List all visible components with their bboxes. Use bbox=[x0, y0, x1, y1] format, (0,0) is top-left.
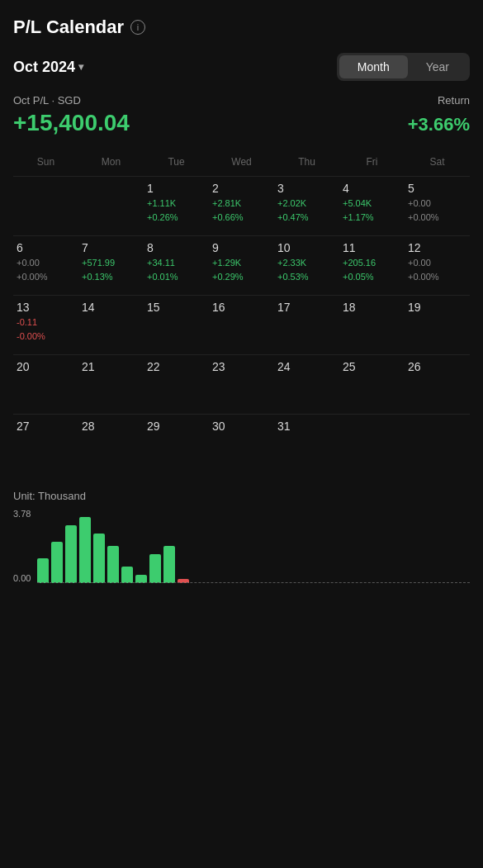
cal-cell[interactable]: 21 bbox=[78, 354, 144, 414]
cal-cell[interactable]: 27 bbox=[13, 414, 78, 473]
date-number: 24 bbox=[277, 360, 336, 373]
date-number: 31 bbox=[277, 420, 336, 433]
cal-cell[interactable]: 25 bbox=[339, 354, 405, 414]
pl-value: +2.02K bbox=[277, 197, 336, 211]
date-number: 6 bbox=[17, 241, 75, 254]
date-number: 28 bbox=[82, 420, 140, 433]
pct-value: +0.47% bbox=[277, 211, 336, 225]
chart-bar bbox=[51, 542, 63, 583]
cal-cell[interactable]: 15 bbox=[144, 295, 209, 354]
cal-cell[interactable]: 14 bbox=[78, 295, 144, 354]
date-number: 27 bbox=[17, 420, 75, 433]
header-row: P/L Calendar i bbox=[13, 17, 470, 38]
cal-cell[interactable]: 13-0.11-0.00% bbox=[13, 295, 78, 354]
cal-cell[interactable]: 2+2.81K+0.66% bbox=[209, 176, 274, 235]
cal-cell[interactable]: 20 bbox=[13, 354, 78, 414]
cal-cell[interactable]: 3+2.02K+0.47% bbox=[274, 176, 339, 235]
cal-cell[interactable]: 18 bbox=[339, 295, 405, 354]
day-name-mon: Mon bbox=[78, 151, 144, 173]
pct-value: +0.00% bbox=[17, 270, 75, 284]
pct-value: +0.05% bbox=[343, 270, 401, 284]
cal-cell[interactable]: 23 bbox=[209, 354, 274, 414]
date-number: 10 bbox=[277, 241, 336, 254]
pct-value: +0.01% bbox=[147, 270, 206, 284]
date-number: 13 bbox=[17, 301, 75, 314]
return-pct: +3.66% bbox=[408, 114, 470, 135]
chart-bar bbox=[149, 554, 161, 583]
info-icon[interactable]: i bbox=[130, 20, 145, 35]
chart-bar bbox=[107, 546, 119, 583]
pl-label: Oct P/L · SGD bbox=[13, 94, 81, 107]
cal-cell[interactable]: 6+0.00+0.00% bbox=[13, 235, 78, 295]
chart-bar bbox=[79, 517, 91, 583]
cal-cell[interactable]: 31 bbox=[274, 414, 339, 473]
cal-cell[interactable]: 22 bbox=[144, 354, 209, 414]
cal-cell[interactable]: 28 bbox=[78, 414, 144, 473]
date-number: 15 bbox=[147, 301, 206, 314]
date-number: 14 bbox=[82, 301, 140, 314]
pl-value: +205.16 bbox=[343, 256, 401, 270]
cal-cell[interactable]: 7+571.99+0.13% bbox=[78, 235, 144, 295]
cal-cell[interactable]: 4+5.04K+1.17% bbox=[339, 176, 405, 235]
date-number: 19 bbox=[408, 301, 466, 314]
pct-value: +0.13% bbox=[82, 270, 140, 284]
chart-y-labels: 3.78 0.00 bbox=[13, 509, 31, 583]
date-number: 3 bbox=[277, 182, 336, 195]
cal-cell[interactable]: 19 bbox=[405, 295, 470, 354]
dashed-line bbox=[37, 582, 470, 583]
pl-value: +2.81K bbox=[212, 197, 271, 211]
date-number: 21 bbox=[82, 360, 140, 373]
cal-cell[interactable]: 9+1.29K+0.29% bbox=[209, 235, 274, 295]
chart-bar bbox=[37, 558, 49, 583]
date-number: 20 bbox=[17, 360, 75, 373]
pct-value: +1.17% bbox=[343, 211, 401, 225]
date-number: 5 bbox=[408, 182, 466, 195]
view-toggle: Month Year bbox=[337, 53, 470, 81]
pct-value: +0.53% bbox=[277, 270, 336, 284]
cal-cell[interactable]: 10+2.33K+0.53% bbox=[274, 235, 339, 295]
month-label: Oct 2024 bbox=[13, 59, 75, 76]
date-number: 11 bbox=[343, 241, 401, 254]
date-number: 30 bbox=[212, 420, 271, 433]
cal-cell[interactable]: 26 bbox=[405, 354, 470, 414]
date-number: 12 bbox=[408, 241, 466, 254]
date-number: 7 bbox=[82, 241, 140, 254]
month-selector[interactable]: Oct 2024 ▾ bbox=[13, 59, 83, 76]
bars-container bbox=[37, 517, 470, 583]
date-number: 25 bbox=[343, 360, 401, 373]
cal-cell[interactable]: 11+205.16+0.05% bbox=[339, 235, 405, 295]
cal-cell[interactable]: 17 bbox=[274, 295, 339, 354]
day-name-sun: Sun bbox=[13, 151, 78, 173]
cal-cell[interactable]: 24 bbox=[274, 354, 339, 414]
day-name-fri: Fri bbox=[339, 151, 405, 173]
pl-value: -0.11 bbox=[17, 315, 75, 330]
y-bottom: 0.00 bbox=[13, 573, 31, 583]
cal-cell[interactable]: 29 bbox=[144, 414, 209, 473]
pl-values-row: +15,400.04 +3.66% bbox=[13, 110, 470, 136]
year-toggle-button[interactable]: Year bbox=[408, 55, 467, 78]
date-number: 4 bbox=[343, 182, 401, 195]
pl-value: +5.04K bbox=[343, 197, 401, 211]
pl-value: +34.11 bbox=[147, 256, 206, 270]
cal-cell[interactable]: 12+0.00+0.00% bbox=[405, 235, 470, 295]
pl-summary: Oct P/L · SGD Return +15,400.04 +3.66% bbox=[13, 94, 470, 136]
date-number: 18 bbox=[343, 301, 401, 314]
date-number: 9 bbox=[212, 241, 271, 254]
cal-cell bbox=[405, 414, 470, 473]
chart-bar bbox=[121, 567, 133, 583]
pct-value: +0.26% bbox=[147, 211, 206, 225]
date-number: 1 bbox=[147, 182, 206, 195]
date-number: 29 bbox=[147, 420, 206, 433]
calendar-grid: 1+1.11K+0.26%2+2.81K+0.66%3+2.02K+0.47%4… bbox=[13, 176, 470, 473]
cal-cell[interactable]: 8+34.11+0.01% bbox=[144, 235, 209, 295]
cal-cell[interactable]: 1+1.11K+0.26% bbox=[144, 176, 209, 235]
pl-value: +0.00 bbox=[17, 256, 75, 270]
cal-cell[interactable]: 16 bbox=[209, 295, 274, 354]
cal-cell[interactable]: 30 bbox=[209, 414, 274, 473]
month-toggle-button[interactable]: Month bbox=[339, 55, 408, 78]
day-name-thu: Thu bbox=[274, 151, 339, 173]
return-label: Return bbox=[438, 94, 470, 107]
cal-cell[interactable]: 5+0.00+0.00% bbox=[405, 176, 470, 235]
day-name-tue: Tue bbox=[144, 151, 209, 173]
chart-bar bbox=[163, 546, 175, 583]
